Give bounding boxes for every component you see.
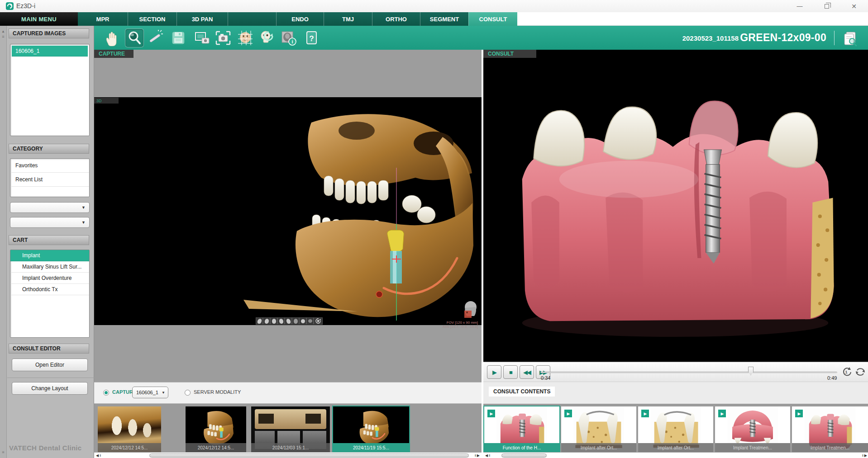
seek-thumb[interactable] — [748, 367, 754, 375]
category-item-recent[interactable]: Recent List — [10, 173, 89, 187]
pan-tool-button[interactable] — [101, 28, 120, 47]
captured-image-item[interactable]: 160606_1 — [12, 46, 88, 57]
head-right-icon[interactable] — [285, 317, 292, 325]
capture-3d-viewport[interactable]: 3D — [94, 97, 482, 325]
face-view-button[interactable] — [236, 28, 255, 47]
consult-thumbnail-5[interactable]: Implant Treatmen... — [792, 406, 868, 452]
rotate-reset-icon[interactable] — [314, 317, 323, 325]
head-left-icon[interactable] — [256, 317, 263, 325]
scrollbar-thumb[interactable] — [501, 453, 547, 458]
ct-select-dropdown[interactable]: 160606_1 ▼ — [132, 387, 168, 398]
help-button[interactable]: ? — [302, 28, 321, 47]
close-button[interactable]: ✕ — [844, 0, 864, 12]
category-item-favorites[interactable]: Favorites — [10, 159, 89, 173]
tab-blank[interactable] — [228, 12, 276, 26]
document-search-icon — [842, 30, 858, 47]
head-right45-icon[interactable] — [277, 317, 285, 325]
seek-track[interactable] — [540, 372, 837, 373]
captured-thumbnail-3[interactable]: 2024/12/03 15:1... — [251, 406, 330, 452]
captured-thumbnail-4[interactable]: 2024/11/19 15:5... — [333, 406, 409, 452]
orientation-toolbar — [256, 317, 323, 325]
tab-segment[interactable]: SEGMENT — [420, 12, 468, 26]
scroll-right-icon[interactable]: ‖▶ — [475, 453, 480, 458]
measure-tool-button[interactable] — [147, 28, 166, 47]
repeat-one-button[interactable]: 1 — [841, 366, 853, 378]
tab-tmj[interactable]: TMJ — [324, 12, 372, 26]
captured-strip-scrollbar[interactable]: ◀‖ ‖▶ — [94, 452, 482, 458]
captured-thumbnail-1[interactable]: 2024/12/12 14:5... — [98, 406, 161, 452]
open-editor-button[interactable]: Open Editor — [12, 359, 88, 371]
captured-ct-radio[interactable] — [103, 390, 109, 396]
consult-thumbnail-strip: Function of the H... Implant after Ort..… — [483, 404, 868, 452]
view-label-3d: 3D — [94, 98, 119, 104]
loop-button[interactable] — [854, 366, 866, 378]
report-preview-button[interactable] — [841, 29, 860, 48]
cart-item-overdenture[interactable]: Implant Overdenture — [10, 273, 89, 284]
tab-endo[interactable]: ENDO — [276, 12, 324, 26]
study-id: 20230523_101158 — [682, 34, 739, 42]
ct-combo-value: 160606_1 — [136, 390, 158, 395]
consult-thumbnail-2[interactable]: Implant after Ort... — [561, 406, 636, 452]
consult-strip-scrollbar[interactable]: ◀‖ ‖▶ — [483, 452, 868, 458]
play-badge-icon — [487, 409, 496, 418]
main-menu-button[interactable]: MAIN MENU — [0, 12, 78, 26]
capture-view-button[interactable] — [214, 28, 233, 47]
window-title: Ez3D-i — [16, 2, 35, 9]
zoom-tool-button[interactable] — [125, 28, 144, 47]
consult-thumbnail-3[interactable]: Implant after Ort... — [638, 406, 713, 452]
grip-icon: ≡ — [0, 34, 6, 39]
tab-mpr[interactable]: MPR — [78, 12, 128, 26]
cart-item-orthodontic[interactable]: Orthodontic Tx — [10, 284, 89, 295]
magnifier-icon — [126, 30, 143, 46]
category-header: CATEGORY — [9, 144, 89, 154]
category-dropdown-1[interactable]: ▼ — [10, 202, 90, 213]
brand-text: VATECH Dental Clinic — [9, 444, 81, 452]
change-layout-button[interactable]: Change Layout — [12, 382, 88, 395]
ct-info-button[interactable]: i — [279, 28, 298, 47]
skull-rotate-icon — [259, 30, 276, 46]
fov-overlay-text: FOV [120 x 90 mm] — [424, 321, 478, 325]
scrollbar-thumb[interactable] — [149, 453, 469, 458]
tab-ortho[interactable]: ORTHO — [372, 12, 420, 26]
floppy-save-icon — [170, 30, 186, 46]
captured-images-list: 160606_1 — [10, 44, 90, 136]
loop-icon — [854, 366, 866, 378]
thumbnail-date: 2024/11/19 15:5... — [333, 443, 409, 452]
title-bar: Ez3D-i — ✕ — [0, 0, 868, 12]
capture-panel-tab: CAPTURE — [94, 50, 134, 58]
save-button[interactable] — [169, 28, 188, 47]
minimize-button[interactable]: — — [789, 0, 810, 12]
restore-icon — [825, 4, 829, 9]
head-left45-icon[interactable] — [263, 317, 270, 325]
category-dropdown-2[interactable]: ▼ — [10, 217, 90, 228]
head-bottom-icon[interactable] — [306, 317, 314, 325]
restore-button[interactable] — [816, 0, 837, 12]
skull-rotate-button[interactable] — [258, 28, 277, 47]
ct-3d-render — [243, 110, 479, 324]
tab-3d-pan[interactable]: 3D PAN — [176, 12, 228, 26]
play-button[interactable]: ▶ — [487, 365, 501, 379]
collapse-arrow-icon[interactable]: ▲ — [0, 29, 6, 33]
tab-consult[interactable]: CONSULT — [468, 12, 517, 26]
head-top-icon[interactable] — [299, 317, 306, 325]
cart-item-sinus-lift[interactable]: Maxillary Sinus Lift Sur... — [10, 261, 89, 273]
scroll-left-icon[interactable]: ◀‖ — [96, 453, 101, 458]
consult-video-viewport[interactable] — [483, 58, 868, 362]
cart-item-implant[interactable]: Implant — [10, 250, 89, 261]
capture-area-button[interactable] — [193, 28, 212, 47]
server-modality-radio[interactable] — [185, 390, 191, 396]
head-back-icon[interactable] — [292, 317, 299, 325]
consult-thumbnail-1[interactable]: Function of the H... — [484, 406, 559, 452]
rewind-button[interactable]: ◀◀ — [520, 365, 534, 379]
captured-images-header: CAPTURED IMAGES — [9, 28, 89, 38]
tab-section[interactable]: SECTION — [128, 12, 176, 26]
head-front-icon[interactable] — [270, 317, 277, 325]
sidebar-divider — [7, 378, 94, 378]
stop-button[interactable]: ■ — [503, 365, 518, 379]
captured-thumbnail-2[interactable]: 2024/12/12 14:5... — [186, 406, 246, 452]
scroll-left-icon[interactable]: ◀‖ — [485, 453, 490, 458]
sidebar: ▲ ≡ ≡ CAPTURED IMAGES 160606_1 CATEGORY … — [0, 26, 94, 458]
consult-thumbnail-4[interactable]: Implant Treatmen... — [715, 406, 790, 452]
scroll-right-icon[interactable]: ‖▶ — [862, 453, 867, 458]
sidebar-collapse-strip[interactable]: ▲ ≡ ≡ — [0, 26, 7, 458]
